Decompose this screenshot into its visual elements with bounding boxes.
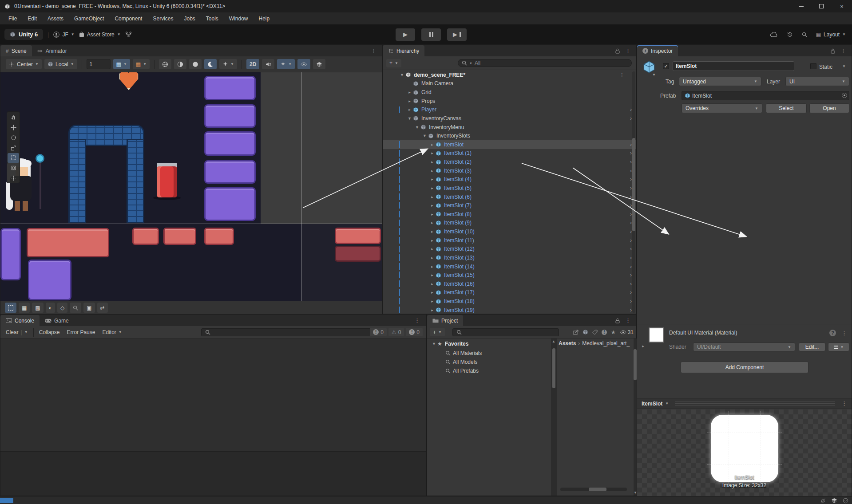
hierarchy-item[interactable]: ▸ItemSlot (2)› [383, 158, 636, 166]
label-icon[interactable] [592, 330, 598, 335]
expand-chevron-icon[interactable]: ▼ [414, 125, 420, 130]
hierarchy-item[interactable]: ▼InventorySlots [383, 131, 636, 140]
hierarchy-menu-icon[interactable]: ⋮ [625, 47, 631, 54]
enter-prefab-icon[interactable]: › [630, 185, 632, 191]
error-pause-button[interactable]: Error Pause [63, 328, 99, 337]
hierarchy-item[interactable]: ▸ItemSlot (18)› [383, 297, 636, 306]
enter-prefab-icon[interactable]: › [630, 115, 632, 122]
expand-chevron-icon[interactable]: ▸ [429, 229, 436, 234]
hierarchy-item[interactable]: ▸ItemSlot (4)› [383, 175, 636, 184]
icon-dropdown-icon[interactable]: ▼ [652, 73, 656, 77]
hidden-count[interactable]: 31 [620, 329, 634, 335]
material-menu-icon[interactable]: ⋮ [841, 330, 847, 336]
menu-file[interactable]: File [4, 14, 22, 24]
hierarchy-item[interactable]: ▸ItemSlot (9)› [383, 219, 636, 228]
expand-chevron-icon[interactable]: ▸ [429, 238, 436, 243]
menu-help[interactable]: Help [254, 14, 275, 24]
2d-toggle[interactable]: 2D [246, 59, 259, 69]
tab-game[interactable]: Game [40, 315, 74, 326]
hierarchy-item[interactable]: ▸ItemSlot (19)› [383, 306, 636, 314]
custom-tool[interactable] [8, 173, 19, 183]
preview-menu-icon[interactable]: ⋮ [841, 400, 847, 407]
hierarchy-item[interactable]: ▸ItemSlot (15)› [383, 271, 636, 280]
tile-fill-tool[interactable]: ◐ [46, 303, 55, 313]
snap-settings-button[interactable]: ▦▼ [133, 59, 150, 69]
active-checkbox[interactable]: ✓ [663, 63, 669, 69]
asset-store-dropdown[interactable]: Asset Store▼ [79, 32, 121, 38]
expand-chevron-icon[interactable]: ▸ [429, 212, 436, 217]
hierarchy-item[interactable]: ▸ItemSlot (6)› [383, 193, 636, 201]
layer-dropdown[interactable]: UI▼ [785, 77, 849, 86]
material-swatch[interactable] [649, 327, 664, 343]
layout-dropdown[interactable]: ▦Layout▼ [816, 32, 846, 38]
enter-prefab-icon[interactable]: › [630, 150, 632, 156]
hierarchy-search-input[interactable]: ▼ All [458, 59, 632, 67]
shaded-wireframe-button[interactable] [159, 59, 171, 69]
expand-chevron-icon[interactable]: ▸ [429, 290, 436, 295]
help-icon[interactable]: ? [829, 330, 836, 336]
scene-options-icon[interactable]: ⋮ [619, 72, 625, 78]
shader-edit-button[interactable]: Edit... [799, 343, 825, 351]
tile-select-tool[interactable] [5, 303, 16, 313]
history-icon[interactable] [787, 32, 793, 38]
ok-status-icon[interactable] [843, 498, 848, 504]
expand-chevron-icon[interactable]: ▸ [429, 299, 436, 303]
create-object-button[interactable]: +▼ [386, 59, 401, 67]
search-icon[interactable] [802, 32, 807, 37]
tag-dropdown[interactable]: Untagged▼ [679, 77, 761, 86]
pivot-dropdown[interactable]: Center▼ [6, 59, 42, 69]
expand-chevron-icon[interactable]: ▸ [429, 195, 436, 199]
tab-project[interactable]: Project [427, 315, 463, 326]
menu-jobs[interactable]: Jobs [179, 14, 200, 24]
expand-chevron-icon[interactable]: ▸ [429, 169, 436, 173]
package-icon[interactable] [583, 329, 588, 335]
tile-random-tool[interactable]: ⇄ [97, 303, 108, 313]
static-dropdown-icon[interactable]: ▼ [842, 64, 846, 68]
tile-brush-tool[interactable]: ▩ [32, 303, 43, 313]
menu-services[interactable]: Services [148, 14, 178, 24]
expand-chevron-icon[interactable]: ▼ [431, 342, 437, 346]
hierarchy-item[interactable]: ▸ItemSlot (11)› [383, 236, 636, 245]
hierarchy-item[interactable]: ▸ItemSlot (13)› [383, 253, 636, 262]
close-button[interactable]: × [832, 0, 852, 12]
menu-component[interactable]: Component [110, 14, 147, 24]
lock-icon[interactable] [615, 318, 620, 323]
expand-chevron-icon[interactable]: ▸ [429, 264, 436, 269]
tab-console[interactable]: Console [0, 315, 40, 326]
hierarchy-item[interactable]: ▸ItemSlot (10)› [383, 227, 636, 236]
scene-visibility-toggle[interactable] [297, 59, 310, 69]
project-hscrollbar[interactable] [560, 488, 627, 491]
expand-chevron-icon[interactable]: ▼ [406, 116, 413, 121]
light-mode-toggle[interactable] [204, 59, 217, 69]
move-tool[interactable] [8, 123, 19, 133]
effects-dropdown[interactable]: ▼ [277, 59, 295, 69]
expand-chevron-icon[interactable]: ▸ [429, 151, 436, 155]
hierarchy-item[interactable]: ▸Props [383, 97, 636, 106]
hierarchy-item[interactable]: ▸ItemSlot (12)› [383, 245, 636, 254]
project-tree-item[interactable]: All Prefabs [427, 366, 551, 375]
hierarchy-item[interactable]: ▼demo_scene_FREE*⋮ [383, 71, 636, 79]
files-scrollbar[interactable]: ▼ [634, 339, 637, 496]
expand-chevron-icon[interactable]: ▸ [429, 186, 436, 190]
editor-dropdown[interactable]: Editor▼ [99, 328, 125, 337]
error-count-badge[interactable]: !0 [406, 328, 423, 336]
enter-prefab-icon[interactable]: › [630, 246, 632, 252]
preview-dropdown-icon[interactable]: ▼ [665, 402, 669, 406]
step-button[interactable]: ▶ [447, 28, 467, 41]
project-menu-icon[interactable]: ⋮ [625, 317, 631, 324]
hierarchy-item[interactable]: ▸ItemSlot (8)› [383, 210, 636, 219]
pause-button[interactable] [421, 28, 441, 41]
tab-scene[interactable]: #Scene [0, 45, 32, 56]
enter-prefab-icon[interactable]: › [630, 211, 632, 217]
shader-dropdown[interactable]: UI/Default▼ [693, 343, 795, 351]
hierarchy-item[interactable]: Main Camera [383, 79, 636, 88]
project-tree-item[interactable]: All Materials [427, 348, 551, 357]
expand-chevron-icon[interactable]: ▼ [421, 134, 428, 138]
menu-window[interactable]: Window [224, 14, 253, 24]
hand-tool[interactable] [8, 113, 19, 122]
enter-prefab-icon[interactable]: › [630, 168, 632, 174]
expand-chevron-icon[interactable]: ▸ [406, 99, 413, 103]
clear-button[interactable]: Clear|▼ [2, 328, 32, 337]
rotate-tool[interactable] [8, 133, 19, 142]
hierarchy-item[interactable]: ▸ItemSlot› [383, 140, 636, 149]
